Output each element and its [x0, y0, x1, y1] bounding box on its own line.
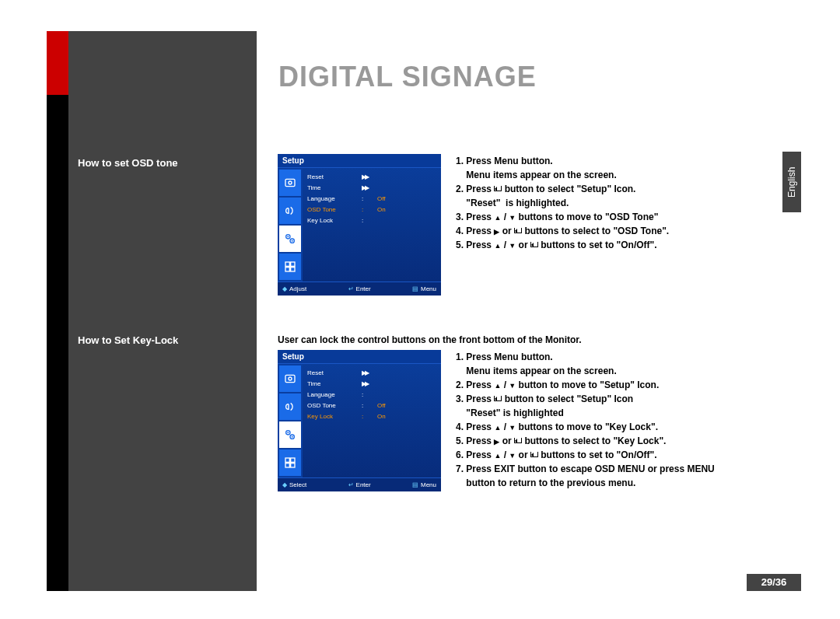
osd-body: Reset▶▶ Time▶▶ Language: OSD Tone:Off Ke…	[278, 364, 441, 477]
up-arrow-icon	[494, 240, 501, 250]
multi-tab-icon	[279, 254, 301, 280]
svg-point-14	[287, 432, 289, 433]
sidebar: How to set OSD tone How to Set Key-Lock	[68, 31, 257, 591]
picture-tab-icon	[279, 365, 301, 392]
enter-icon	[514, 438, 522, 443]
svg-rect-10	[285, 375, 295, 382]
osd-row: OSD Tone:Off	[307, 400, 436, 411]
page-number: 29/36	[747, 574, 801, 591]
osd-footer-enter: ↵Enter	[348, 481, 371, 488]
setup-tab-icon	[279, 226, 301, 252]
osd-body: Reset▶▶ Time▶▶ Language:Off OSD Tone:On …	[278, 168, 441, 282]
osd-footer-menu: ▤Menu	[412, 481, 436, 488]
sound-tab-icon	[279, 198, 301, 224]
up-arrow-icon	[494, 379, 501, 390]
sound-tab-icon	[279, 393, 301, 420]
osd-tab-strip	[278, 168, 303, 282]
svg-point-11	[289, 377, 292, 380]
osd-row: Language:Off	[307, 193, 436, 204]
enter-icon	[514, 228, 522, 233]
language-tab: English	[782, 152, 801, 212]
osd-footer-enter: ↵Enter	[348, 285, 371, 292]
osd-header: Setup	[278, 350, 441, 364]
osd-footer-select: ◆Select	[282, 481, 306, 488]
osd-menu-list: Reset▶▶ Time▶▶ Language: OSD Tone:Off Ke…	[303, 364, 441, 477]
svg-rect-0	[285, 179, 295, 186]
osd-screenshot-1: Setup Reset▶▶ Time▶▶ Language:Off OSD To…	[278, 154, 441, 294]
osd-screenshot-2: Setup Reset▶▶ Time▶▶ Language: OSD Tone:…	[278, 350, 441, 490]
svg-point-1	[289, 181, 292, 184]
svg-rect-19	[291, 463, 295, 467]
down-arrow-icon	[509, 240, 516, 250]
svg-rect-8	[285, 268, 289, 271]
osd-tab-strip	[278, 364, 303, 477]
instructions-osd-tone: 1. Press Menu button. Menu items appear …	[456, 154, 669, 252]
osd-row: Language:	[307, 389, 436, 400]
osd-footer-menu: ▤Menu	[412, 285, 436, 292]
sidebar-heading-key-lock: How to Set Key-Lock	[78, 334, 178, 346]
svg-point-4	[287, 236, 289, 237]
down-arrow-icon	[509, 449, 516, 460]
down-arrow-icon	[509, 379, 516, 390]
sidebar-heading-osd-tone: How to set OSD tone	[78, 157, 178, 169]
svg-rect-18	[285, 463, 289, 467]
accent-box	[47, 31, 68, 95]
osd-row: Key Lock:	[307, 215, 436, 226]
osd-row-highlighted: OSD Tone:On	[307, 204, 436, 215]
picture-tab-icon	[279, 170, 301, 196]
osd-footer: ◆Select ↵Enter ▤Menu	[278, 477, 441, 491]
svg-point-5	[292, 240, 293, 242]
enter-icon	[494, 186, 502, 191]
up-arrow-icon	[494, 449, 501, 460]
svg-rect-17	[291, 458, 295, 462]
content-area: DIGITAL SIGNAGE English 29/36 Setup Rese…	[257, 31, 801, 591]
svg-rect-6	[285, 262, 289, 266]
instructions-key-lock: 1. Press Menu button. Menu items appear …	[456, 350, 715, 490]
down-arrow-icon	[509, 212, 516, 222]
svg-rect-7	[291, 262, 295, 266]
osd-footer: ◆Adjust ↵Enter ▤Menu	[278, 282, 441, 296]
enter-icon	[530, 242, 538, 247]
osd-row: Time▶▶	[307, 378, 436, 389]
down-arrow-icon	[509, 421, 516, 432]
enter-icon	[494, 396, 502, 401]
osd-row-highlighted: Key Lock:On	[307, 411, 436, 421]
svg-point-15	[292, 436, 293, 438]
up-arrow-icon	[494, 421, 501, 432]
osd-menu-list: Reset▶▶ Time▶▶ Language:Off OSD Tone:On …	[303, 168, 441, 282]
setup-tab-icon	[279, 421, 301, 448]
up-arrow-icon	[494, 212, 501, 222]
osd-row: Time▶▶	[307, 182, 436, 193]
page-title: DIGITAL SIGNAGE	[278, 61, 537, 93]
manual-page: How to set OSD tone How to Set Key-Lock …	[0, 0, 840, 619]
osd-row: Reset▶▶	[307, 171, 436, 182]
osd-footer-adjust: ◆Adjust	[282, 285, 306, 292]
osd-header: Setup	[278, 154, 441, 168]
svg-rect-16	[285, 458, 289, 462]
enter-icon	[530, 452, 538, 457]
multi-tab-icon	[279, 449, 301, 476]
osd-row: Reset▶▶	[307, 367, 436, 378]
svg-rect-9	[291, 268, 295, 271]
keylock-intro: User can lock the control buttons on the…	[278, 333, 582, 347]
